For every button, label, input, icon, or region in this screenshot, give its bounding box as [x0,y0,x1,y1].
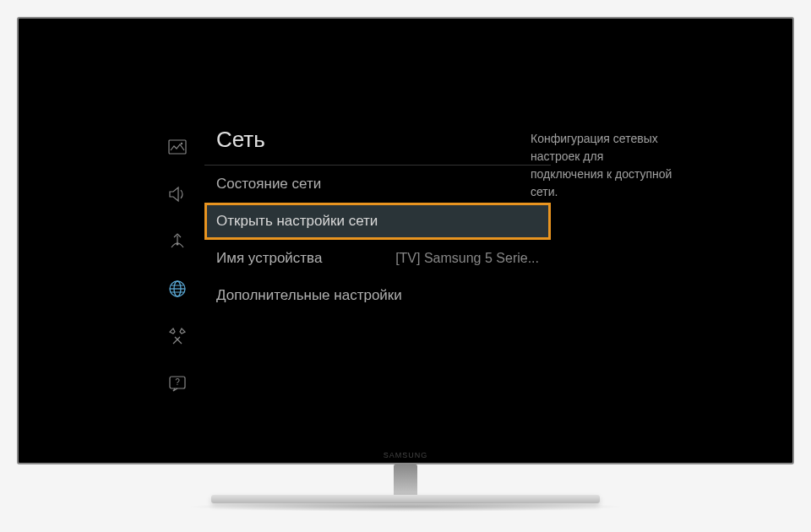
tv-screen: SAMSUNG ? [17,17,794,464]
network-icon[interactable] [167,279,188,299]
menu-panel: Сеть Состояние сети Открыть настройки се… [204,120,551,314]
tv-frame: SAMSUNG ? [17,17,794,515]
broadcast-icon[interactable] [167,231,188,252]
menu-item-open-network-settings[interactable]: Открыть настройки сети [204,203,551,240]
support-icon[interactable]: ? [167,373,188,394]
picture-icon[interactable] [167,137,188,157]
menu-item-label: Имя устройства [216,250,322,267]
sound-icon[interactable] [167,184,188,204]
menu-item-label: Состояние сети [216,176,321,193]
description-panel: Конфигурация сетевых настроек для подклю… [531,130,674,201]
svg-point-1 [181,143,182,144]
svg-point-2 [177,243,179,246]
menu-item-network-status[interactable]: Состояние сети [204,166,551,203]
menu-item-value: [TV] Samsung 5 Serie... [395,251,539,266]
menu-item-advanced-settings[interactable]: Дополнительные настройки [204,277,551,314]
tools-icon[interactable] [167,326,188,346]
settings-ui: ? Сеть Состояние сети Открыть настройки … [27,35,784,429]
menu-item-device-name[interactable]: Имя устройства [TV] Samsung 5 Serie... [204,240,551,277]
menu-item-label: Дополнительные настройки [216,287,402,304]
tv-stand [270,464,541,515]
svg-text:?: ? [175,377,180,387]
menu-title: Сеть [204,120,551,166]
settings-sidebar: ? [161,137,194,394]
menu-item-label: Открыть настройки сети [216,213,378,230]
tv-brand-label: SAMSUNG [384,451,428,459]
